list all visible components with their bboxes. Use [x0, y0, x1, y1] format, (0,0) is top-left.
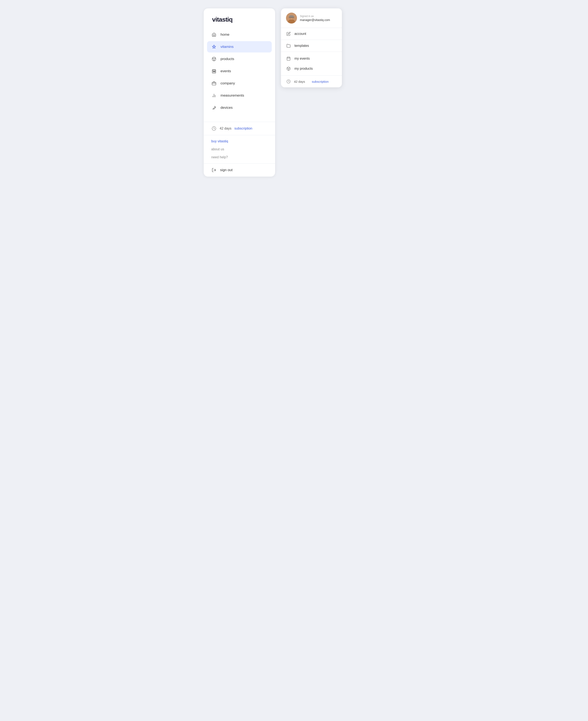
dropdown-item-templates[interactable]: templates	[281, 40, 342, 52]
sidebar: vitastiq home	[204, 8, 275, 176]
pencil-icon	[211, 105, 217, 110]
svg-point-18	[288, 19, 295, 23]
sidebar-item-products[interactable]: products	[207, 53, 272, 65]
sidebar-item-events-label: events	[220, 69, 231, 73]
box-icon	[211, 56, 217, 62]
svg-rect-23	[287, 57, 290, 60]
edit-icon	[286, 31, 291, 36]
svg-rect-6	[213, 71, 214, 72]
user-email: manager@vitastiq.com	[300, 18, 330, 22]
nav-items: home vitamins	[204, 29, 275, 113]
dropdown-subscription-link[interactable]: subscription	[312, 80, 329, 83]
dropdown-templates-label: templates	[294, 44, 309, 48]
dropdown-subscription: 42 days subscription	[281, 76, 342, 87]
app-logo: vitastiq	[204, 8, 275, 29]
buy-vitastiq-link[interactable]: buy vitastiq	[211, 140, 268, 143]
svg-rect-8	[215, 71, 215, 72]
chart-icon	[211, 93, 217, 98]
dropdown-account-label: account	[294, 32, 306, 36]
need-help-link[interactable]: need help?	[211, 155, 268, 159]
svg-point-0	[214, 47, 214, 47]
sparkle-icon	[211, 44, 217, 49]
sidebar-item-home-label: home	[220, 33, 230, 37]
sign-out-label: sign out	[220, 168, 233, 172]
about-us-link[interactable]: about us	[211, 147, 268, 151]
sign-out-button[interactable]: sign out	[204, 163, 275, 176]
avatar	[286, 13, 297, 23]
dropdown-days: 42 days	[294, 80, 305, 83]
subscription-link[interactable]: subscription	[234, 127, 252, 130]
calendar-icon	[211, 68, 217, 74]
sidebar-subscription: 42 days subscription	[204, 122, 275, 135]
dropdown-header: Signed in as manager@vitastiq.com	[281, 8, 342, 28]
dropdown-item-my-events[interactable]: my events	[281, 54, 342, 64]
folder-icon	[286, 43, 291, 48]
sidebar-item-home[interactable]: home	[207, 29, 272, 40]
dropdown-item-my-products[interactable]: my products	[281, 64, 342, 74]
briefcase-icon	[211, 81, 217, 86]
my-events-label: my events	[294, 57, 310, 61]
svg-rect-9	[212, 82, 216, 85]
signed-in-label: Signed in as	[300, 15, 330, 18]
sidebar-item-measurements-label: measurements	[220, 93, 244, 98]
sidebar-item-company-label: company	[220, 81, 235, 85]
box-small-icon	[286, 66, 291, 71]
calendar-small-icon	[286, 56, 291, 61]
sidebar-item-measurements[interactable]: measurements	[207, 90, 272, 101]
signout-icon	[211, 167, 217, 173]
dropdown-panel: Signed in as manager@vitastiq.com accoun…	[281, 8, 342, 87]
svg-rect-7	[214, 71, 214, 72]
sidebar-item-products-label: products	[220, 57, 234, 61]
page-wrapper: vitastiq home	[204, 8, 384, 176]
home-icon	[211, 32, 217, 37]
sidebar-item-devices-label: devices	[220, 106, 233, 110]
sidebar-item-events[interactable]: events	[207, 65, 272, 77]
clock-small-icon	[286, 79, 291, 84]
sidebar-footer: buy vitastiq about us need help?	[204, 135, 275, 163]
my-section: my events my products	[281, 52, 342, 76]
user-info: Signed in as manager@vitastiq.com	[300, 15, 330, 22]
sidebar-item-vitamins-label: vitamins	[220, 45, 233, 49]
clock-icon	[211, 126, 217, 131]
sidebar-item-company[interactable]: company	[207, 78, 272, 89]
sidebar-item-devices[interactable]: devices	[207, 102, 272, 113]
my-products-label: my products	[294, 67, 313, 70]
dropdown-item-account[interactable]: account	[281, 28, 342, 40]
subscription-days: 42 days	[220, 127, 231, 130]
sidebar-item-vitamins[interactable]: vitamins	[207, 41, 272, 52]
